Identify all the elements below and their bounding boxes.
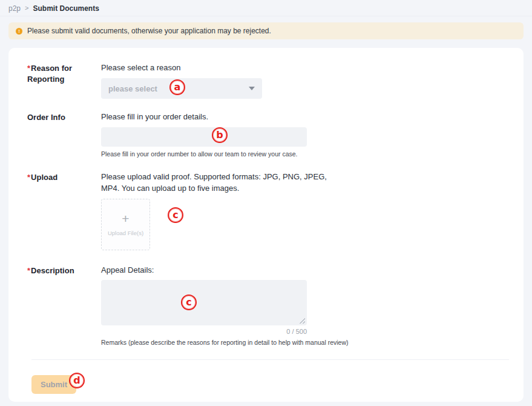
upload-label: *Upload <box>27 171 101 250</box>
reason-instruction: Please select a reason <box>101 62 509 73</box>
warning-banner-text: Please submit valid documents, otherwise… <box>27 27 271 35</box>
reason-label: *Reason for Reporting <box>27 62 101 99</box>
reason-select-placeholder: please select <box>108 84 249 93</box>
upload-instruction: Please upload valid proof. Supported for… <box>101 171 330 194</box>
character-counter: 0 / 500 <box>101 328 307 335</box>
upload-files-button-label: Upload File(s) <box>108 230 143 236</box>
chevron-down-icon <box>249 87 255 90</box>
order-number-input[interactable] <box>101 127 307 147</box>
form-row-order-info: Order Info Please fill in your order det… <box>27 111 509 158</box>
submit-documents-form-card: *Reason for Reporting Please select a re… <box>8 48 524 402</box>
breadcrumb-separator-icon: > <box>25 4 28 12</box>
order-info-instruction: Please fill in your order details. <box>101 111 509 122</box>
description-label: *Description <box>27 264 101 346</box>
order-info-label: Order Info <box>27 111 101 158</box>
description-instruction: Appeal Details: <box>101 264 509 276</box>
form-row-description: *Description Appeal Details: 0 / 500 Rem… <box>27 264 509 346</box>
form-row-reason: *Reason for Reporting Please select a re… <box>27 62 509 99</box>
required-asterisk: * <box>27 173 30 182</box>
reason-select[interactable]: please select <box>101 78 262 99</box>
appeal-details-textarea[interactable] <box>101 280 307 325</box>
plus-icon: + <box>122 213 129 224</box>
submit-button[interactable]: Submit <box>31 375 76 394</box>
warning-icon: ! <box>16 28 22 35</box>
footer-divider <box>31 359 509 360</box>
warning-banner: ! Please submit valid documents, otherwi… <box>8 22 524 39</box>
breadcrumb-current: Submit Documents <box>33 4 99 13</box>
upload-files-button[interactable]: + Upload File(s) <box>101 199 150 250</box>
breadcrumb-parent-link[interactable]: p2p <box>8 4 21 13</box>
form-row-upload: *Upload Please upload valid proof. Suppo… <box>27 171 509 250</box>
breadcrumb: p2p > Submit Documents <box>0 0 532 16</box>
order-info-helper: Please fill in your order number to allo… <box>101 150 509 158</box>
description-helper: Remarks (please describe the reasons for… <box>101 339 509 346</box>
required-asterisk: * <box>27 266 30 275</box>
required-asterisk: * <box>27 64 30 73</box>
